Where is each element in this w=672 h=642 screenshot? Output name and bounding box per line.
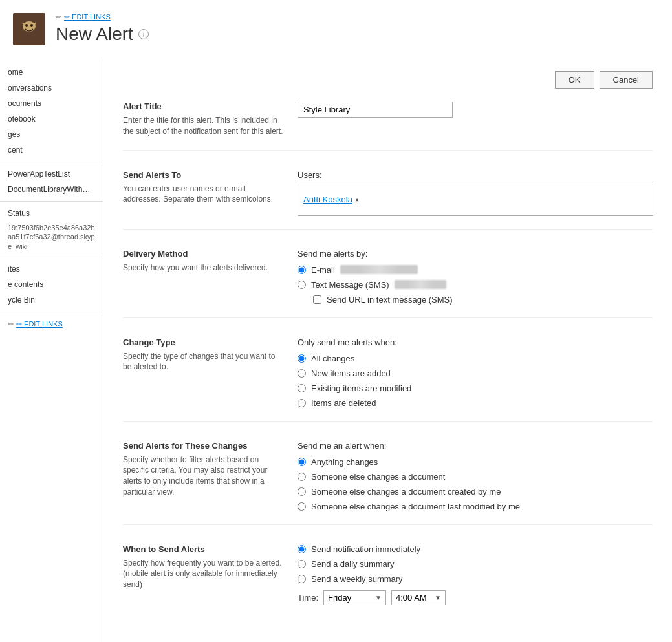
sidebar-divider-3 [0,257,103,257]
deleted-row: Items are deleted [298,398,653,408]
modifiedme-label[interactable]: Someone else changes a document last mod… [311,502,520,511]
immediately-row: Send notification immediately [298,544,653,554]
day-select-wrapper[interactable]: Monday Tuesday Wednesday Thursday Friday… [323,590,386,605]
sidebar-item-status[interactable]: Status [0,206,103,221]
sidebar-item-recent[interactable]: cent [0,142,103,158]
send-alerts-changes-heading: Send Alerts for These Changes [123,441,285,451]
sms-radio-label[interactable]: Text Message (SMS) [311,280,389,290]
someoneelse-radio[interactable] [298,473,306,481]
deleted-radio[interactable] [298,399,306,407]
pencil-icon-sidebar: ✏ [8,320,14,328]
daily-row: Send a daily summary [298,559,653,569]
time-select-wrapper[interactable]: 12:00 AM 1:00 AM 2:00 AM 3:00 AM 4:00 AM… [391,590,446,605]
change-type-heading: Change Type [123,337,285,347]
when-to-send-section: When to Send Alerts Specify how frequent… [123,544,653,618]
alert-title-desc: Enter the title for this alert. This is … [123,115,285,137]
sidebar-item-home[interactable]: ome [0,65,103,80]
weekly-radio[interactable] [298,575,306,583]
modifiedme-row: Someone else changes a document last mod… [298,502,653,511]
existingitems-radio[interactable] [298,384,306,392]
someoneelse-label[interactable]: Someone else changes a document [311,472,445,482]
anything-row: Anything changes [298,457,653,467]
sidebar-item-doclibrary[interactable]: DocumentLibraryWithWebhook [0,182,103,197]
sidebar-edit-links-label[interactable]: ✏ EDIT LINKS [16,320,63,328]
weekly-label[interactable]: Send a weekly summary [311,574,403,584]
cancel-button[interactable]: Cancel [600,71,653,89]
day-select[interactable]: Monday Tuesday Wednesday Thursday Friday… [328,593,373,603]
existingitems-row: Existing items are modified [298,383,653,393]
email-blurred [340,265,418,274]
newitems-radio[interactable] [298,369,306,378]
sidebar-item-powerapps[interactable]: PowerAppTestList [0,166,103,182]
delivery-radio-group: E-mail Text Message (SMS) Send URL in te… [298,265,653,305]
daily-label[interactable]: Send a daily summary [311,559,395,569]
when-to-send-desc: Specify how frequently you want to be al… [123,558,285,590]
modifiedme-radio[interactable] [298,502,306,511]
when-to-send-radio-group: Send notification immediately Send a dai… [298,544,653,584]
send-alerts-changes-desc: Specify whether to filter alerts based o… [123,455,285,498]
change-type-sublabel: Only send me alerts when: [298,337,653,347]
time-select-arrow: ▼ [435,594,441,601]
sidebar-item-conversations[interactable]: onversations [0,80,103,96]
allchanges-label[interactable]: All changes [311,354,354,363]
sidebar-item-sites[interactable]: ites [0,261,103,277]
sidebar-divider-4 [0,312,103,312]
sidebar-item-documents[interactable]: ocuments [0,96,103,111]
send-by-label: Send me alerts by: [298,249,653,259]
when-to-send-input-col: Send notification immediately Send a dai… [298,544,653,605]
send-url-checkbox[interactable] [313,295,321,304]
change-type-radio-group: All changes New items are added Existing… [298,354,653,408]
edit-links-top[interactable]: ✏ ✏ EDIT LINKS [56,13,149,21]
delivery-method-section: Delivery Method Specify how you want the… [123,249,653,318]
send-url-label[interactable]: Send URL in text message (SMS) [327,295,453,305]
sidebar-status-id: 19:7503f6b2e35e4a86a32baa51f7cf6a32@thre… [0,221,103,253]
sms-blurred [395,280,446,289]
user-remove-btn[interactable]: x [355,195,359,204]
main-layout: ome onversations ocuments otebook ges ce… [0,58,672,642]
anything-radio[interactable] [298,458,306,466]
ok-button[interactable]: OK [555,71,594,89]
anything-label[interactable]: Anything changes [311,457,378,467]
delivery-method-desc: Specify how you want the alerts delivere… [123,262,285,273]
sidebar-item-pages[interactable]: ges [0,127,103,142]
email-radio-label[interactable]: E-mail [311,265,335,275]
send-alerts-changes-input-col: Send me an alert when: Anything changes … [298,441,653,511]
change-type-section: Change Type Specify the type of changes … [123,337,653,422]
deleted-label[interactable]: Items are deleted [311,398,376,408]
ok-cancel-bar: OK Cancel [123,71,653,89]
when-to-send-label-col: When to Send Alerts Specify how frequent… [123,544,298,605]
daily-radio[interactable] [298,560,306,568]
user-tag[interactable]: Antti Koskela [303,195,352,204]
sidebar-item-notebook[interactable]: otebook [0,111,103,127]
time-select[interactable]: 12:00 AM 1:00 AM 2:00 AM 3:00 AM 4:00 AM… [396,593,432,603]
someoneelse-row: Someone else changes a document [298,472,653,482]
send-alerts-heading: Send Alerts To [123,170,285,180]
users-label: Users: [298,170,653,180]
email-radio[interactable] [298,266,306,274]
send-alerts-to-section: Send Alerts To You can enter user names … [123,170,653,230]
existingitems-label[interactable]: Existing items are modified [311,383,411,393]
sidebar-item-sitecontents[interactable]: e contents [0,277,103,292]
sidebar-item-recycle[interactable]: ycle Bin [0,292,103,308]
immediately-radio[interactable] [298,545,306,553]
newitems-label[interactable]: New items are added [311,369,391,378]
time-row: Time: Monday Tuesday Wednesday Thursday … [298,590,653,605]
allchanges-radio[interactable] [298,354,306,363]
edit-links-label[interactable]: ✏ EDIT LINKS [64,13,111,21]
delivery-method-label-col: Delivery Method Specify how you want the… [123,249,298,305]
delivery-method-input-col: Send me alerts by: E-mail Text Message (… [298,249,653,305]
send-url-row: Send URL in text message (SMS) [313,295,653,305]
sms-radio[interactable] [298,281,306,289]
alert-title-section: Alert Title Enter the title for this ale… [123,102,653,151]
users-box[interactable]: Antti Koskela x [298,184,653,216]
send-alerts-changes-label-col: Send Alerts for These Changes Specify wh… [123,441,298,511]
send-alerts-label-col: Send Alerts To You can enter user names … [123,170,298,216]
alert-title-input[interactable] [298,102,453,118]
immediately-label[interactable]: Send notification immediately [311,544,420,554]
send-alerts-changes-section: Send Alerts for These Changes Specify wh… [123,441,653,525]
createdme-radio[interactable] [298,487,306,496]
newitems-row: New items are added [298,369,653,378]
sidebar-edit-links[interactable]: ✏ ✏ EDIT LINKS [0,316,103,332]
createdme-label[interactable]: Someone else changes a document created … [311,487,501,497]
info-icon[interactable]: i [138,29,149,39]
